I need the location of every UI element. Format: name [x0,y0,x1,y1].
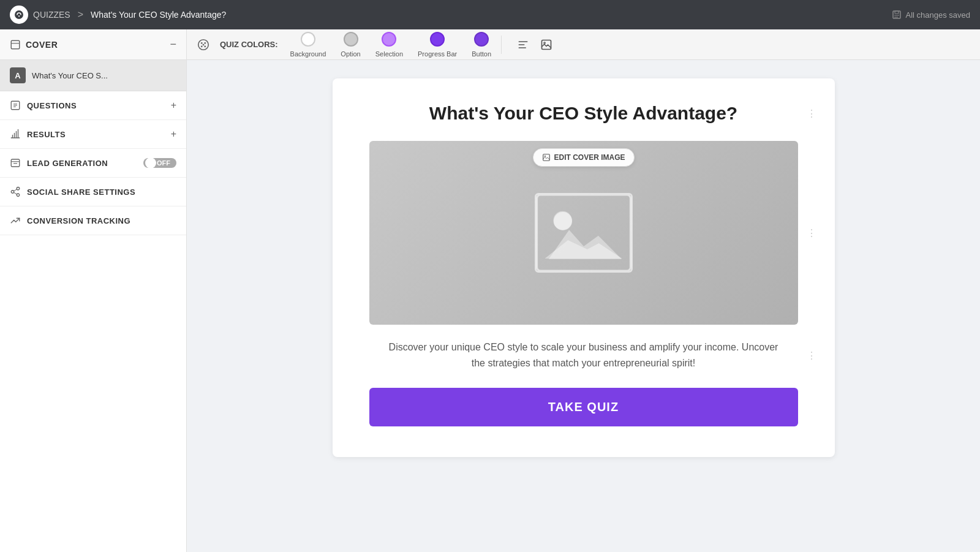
nav-save-status: All changes saved [892,10,970,20]
cover-image-wrapper: EDIT COVER IMAGE ⋮ [369,141,798,325]
toolbar-divider [501,36,502,54]
sidebar-cover-item[interactable]: A What's Your CEO S... [0,60,186,91]
svg-point-0 [15,10,24,20]
svg-point-9 [17,194,20,197]
svg-point-15 [203,43,205,45]
cover-item-letter: A [10,67,26,83]
svg-point-14 [204,45,206,47]
svg-point-13 [201,45,203,47]
image-icon [540,39,552,51]
sidebar-cover-header: COVER − [0,29,186,60]
sidebar-lead-gen-section: LEAD GENERATION OFF [0,149,186,178]
results-add-btn[interactable]: + [171,129,176,140]
svg-rect-18 [537,195,630,271]
svg-rect-21 [543,154,549,161]
progress-bar-color-label: Progress Bar [418,50,457,58]
sidebar-cover-title: COVER [26,40,58,50]
edit-cover-label: EDIT COVER IMAGE [554,153,625,162]
progress-bar-color-circle [430,32,445,47]
color-options: Background Option Selection Progress Bar… [290,32,491,58]
description-wrapper: Discover your unique CEO style to scale … [369,339,798,371]
sidebar-conversion-section[interactable]: CONVERSION TRACKING [0,206,186,235]
placeholder-svg [535,195,633,271]
questions-add-btn[interactable]: + [171,100,176,111]
quiz-card: What's Your CEO Style Advantage? ⋮ [333,78,835,457]
svg-point-1 [18,15,20,17]
sidebar-cover-header-left: COVER [10,39,58,50]
option-color-circle [344,32,358,47]
top-nav: QUIZZES > What's Your CEO Style Advantag… [0,0,980,29]
toggle-circle [145,157,156,168]
cover-info-icon[interactable]: ⋮ [807,227,816,239]
svg-point-7 [17,187,20,191]
text-icon [517,39,529,51]
edit-cover-icon [541,153,550,162]
background-color-label: Background [290,50,326,58]
button-color-circle [474,32,489,47]
text-settings-btn[interactable] [511,33,535,56]
right-area: QUIZ COLORS: Background Option Selection… [187,29,980,552]
sidebar-social-share-section[interactable]: SOCIAL SHARE SETTINGS [0,178,186,206]
cover-image-placeholder [535,193,633,273]
button-color-label: Button [472,50,491,58]
sidebar-results-section[interactable]: RESULTS + [0,120,186,149]
questions-section-title: QUESTIONS [27,101,171,110]
svg-rect-6 [11,159,20,167]
palette-icon [197,38,210,51]
results-icon [10,129,21,140]
title-info-icon[interactable]: ⋮ [807,108,816,119]
content-area: What's Your CEO Style Advantage? ⋮ [187,60,980,552]
svg-rect-16 [542,40,551,49]
quiz-description: Discover your unique CEO style to scale … [388,339,780,371]
main-layout: COVER − A What's Your CEO S... QUESTIONS… [0,29,980,552]
svg-point-12 [204,42,206,43]
svg-rect-4 [11,40,20,49]
description-info-icon[interactable]: ⋮ [807,349,816,361]
color-selection[interactable]: Selection [375,32,403,58]
social-share-icon [10,186,21,197]
quiz-title: What's Your CEO Style Advantage? [369,103,798,124]
results-section-title: RESULTS [27,130,171,139]
svg-point-17 [544,42,546,43]
social-share-title: SOCIAL SHARE SETTINGS [27,187,176,197]
app-logo[interactable] [10,6,28,24]
background-color-circle [301,32,315,47]
save-status-text: All changes saved [905,10,970,20]
conversion-title: CONVERSION TRACKING [27,216,176,225]
lead-gen-icon [10,157,21,168]
option-color-label: Option [341,50,360,58]
cover-icon [10,39,21,50]
color-button[interactable]: Button [472,32,491,58]
questions-icon [10,100,21,111]
color-progress-bar[interactable]: Progress Bar [418,32,457,58]
title-wrapper: What's Your CEO Style Advantage? ⋮ [369,103,798,124]
svg-point-22 [545,156,546,157]
take-quiz-btn[interactable]: TAKE QUIZ [369,388,798,426]
quiz-colors-label: QUIZ COLORS: [220,40,278,49]
selection-color-label: Selection [375,50,403,58]
cover-image-area: EDIT COVER IMAGE [369,141,798,325]
sidebar: COVER − A What's Your CEO S... QUESTIONS… [0,29,187,552]
sidebar-cover-collapse[interactable]: − [170,38,176,51]
edit-cover-btn[interactable]: EDIT COVER IMAGE [532,148,634,167]
nav-separator: > [78,9,83,20]
lead-gen-title: LEAD GENERATION [27,159,143,168]
cover-item-text: What's Your CEO S... [32,71,108,80]
lead-gen-toggle[interactable]: OFF [143,158,176,168]
svg-marker-20 [548,230,621,259]
color-background[interactable]: Background [290,32,326,58]
conversion-icon [10,215,21,226]
color-option[interactable]: Option [341,32,360,58]
top-toolbar: QUIZ COLORS: Background Option Selection… [187,29,980,60]
toggle-text: OFF [157,159,170,167]
svg-point-19 [553,211,572,230]
svg-point-8 [11,191,14,194]
nav-page-title: What's Your CEO Style Advantage? [91,10,226,20]
selection-color-circle [382,32,396,47]
image-settings-btn[interactable] [535,33,558,56]
nav-quizzes-link[interactable]: QUIZZES [33,10,70,20]
svg-point-11 [201,42,203,43]
sidebar-questions-section[interactable]: QUESTIONS + [0,91,186,120]
